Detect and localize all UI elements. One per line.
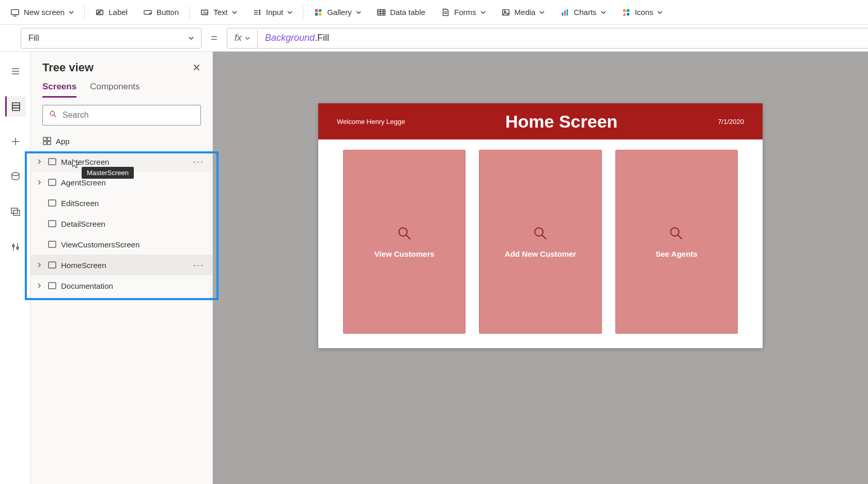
tree-node-app[interactable]: App bbox=[31, 131, 212, 151]
app-preview[interactable]: Welcome Henry Legge Home Screen 7/1/2020… bbox=[318, 103, 763, 348]
forms-button[interactable]: Forms bbox=[433, 5, 493, 20]
icons-button[interactable]: Icons bbox=[614, 5, 670, 20]
rail-tree-view-button[interactable] bbox=[5, 96, 26, 117]
data-table-button[interactable]: Data table bbox=[369, 5, 432, 20]
label-button[interactable]: Label bbox=[88, 5, 135, 20]
more-icon[interactable]: ··· bbox=[193, 260, 204, 271]
more-icon[interactable]: ··· bbox=[193, 157, 204, 167]
svg-rect-60 bbox=[49, 262, 56, 268]
date-text: 7/1/2020 bbox=[718, 118, 744, 126]
chevron-down-icon bbox=[245, 36, 250, 41]
button-button[interactable]: Button bbox=[136, 5, 186, 20]
svg-rect-55 bbox=[49, 159, 56, 165]
new-screen-label: New screen bbox=[24, 8, 65, 17]
chevron-down-icon bbox=[601, 10, 606, 15]
tree-node-documentation[interactable]: Documentation bbox=[31, 275, 212, 296]
chevron-right-icon[interactable] bbox=[35, 283, 43, 288]
formula-input[interactable]: Background.Fill bbox=[258, 28, 868, 49]
tab-components[interactable]: Components bbox=[90, 82, 140, 98]
forms-label: Forms bbox=[454, 8, 476, 17]
gallery-icon bbox=[314, 8, 323, 17]
button-icon bbox=[143, 8, 152, 17]
svg-rect-56 bbox=[49, 179, 56, 185]
equals-sign: = bbox=[209, 32, 220, 45]
svg-rect-27 bbox=[562, 12, 564, 15]
card-label: Add New Customer bbox=[505, 249, 576, 258]
card-label: See Agents bbox=[656, 249, 698, 258]
svg-line-63 bbox=[406, 235, 410, 239]
card-see-agents[interactable]: See Agents bbox=[615, 150, 738, 334]
app-header: Welcome Henry Legge Home Screen 7/1/2020 bbox=[318, 103, 763, 139]
svg-line-67 bbox=[678, 235, 682, 239]
fx-button[interactable]: fx bbox=[227, 28, 258, 49]
canvas-area: Welcome Henry Legge Home Screen 7/1/2020… bbox=[213, 52, 868, 484]
screen-icon bbox=[48, 260, 57, 270]
chevron-right-icon[interactable] bbox=[35, 262, 43, 268]
gallery-button[interactable]: Gallery bbox=[306, 5, 368, 20]
forms-icon bbox=[441, 8, 450, 17]
chevron-down-icon bbox=[356, 10, 361, 15]
chevron-right-icon[interactable] bbox=[35, 159, 43, 164]
text-button[interactable]: Abc Text bbox=[193, 5, 244, 20]
svg-point-33 bbox=[627, 12, 629, 15]
search-icon bbox=[669, 226, 684, 241]
card-add-new-customer[interactable]: Add New Customer bbox=[479, 150, 601, 334]
screen-icon bbox=[48, 198, 57, 208]
tree-node-viewcustomersscreen[interactable]: ViewCustomersScreen bbox=[31, 234, 212, 255]
label-label: Label bbox=[109, 8, 128, 17]
chevron-right-icon[interactable] bbox=[35, 180, 43, 185]
svg-rect-43 bbox=[11, 208, 18, 213]
page-title: Home Screen bbox=[505, 112, 617, 132]
svg-rect-39 bbox=[12, 108, 20, 111]
label-icon bbox=[95, 8, 104, 17]
search-icon bbox=[533, 226, 548, 241]
screen-icon bbox=[48, 281, 57, 290]
tree-node-label: EditScreen bbox=[61, 199, 99, 208]
tab-screens[interactable]: Screens bbox=[42, 82, 76, 98]
chevron-down-icon bbox=[287, 10, 292, 15]
input-button[interactable]: Input bbox=[245, 5, 300, 20]
card-label: View Customers bbox=[374, 249, 434, 258]
new-screen-button[interactable]: New screen bbox=[3, 5, 81, 20]
data-table-label: Data table bbox=[390, 8, 425, 17]
icons-label: Icons bbox=[635, 8, 654, 17]
svg-point-11 bbox=[259, 10, 260, 11]
gallery-label: Gallery bbox=[327, 8, 352, 17]
tree-search[interactable] bbox=[42, 105, 201, 126]
svg-rect-51 bbox=[43, 137, 47, 140]
screen-icon bbox=[48, 240, 57, 249]
search-input[interactable] bbox=[63, 111, 194, 120]
input-label: Input bbox=[266, 8, 283, 17]
app-icon bbox=[42, 136, 52, 146]
tree-node-detailscreen[interactable]: DetailScreen bbox=[31, 213, 212, 234]
property-selector-value: Fill bbox=[28, 34, 39, 43]
charts-button[interactable]: Charts bbox=[553, 5, 613, 20]
screen-icon bbox=[48, 157, 57, 166]
cursor-icon bbox=[71, 159, 81, 170]
rail-tools-button[interactable] bbox=[5, 237, 26, 257]
rail-hamburger-button[interactable] bbox=[5, 61, 26, 82]
text-icon: Abc bbox=[200, 8, 209, 17]
formula-token-property: .Fill bbox=[315, 33, 329, 43]
rail-insert-button[interactable] bbox=[5, 131, 26, 152]
search-icon bbox=[397, 226, 412, 241]
insert-ribbon: New screen Label Button Abc Text Input bbox=[0, 0, 868, 25]
svg-rect-59 bbox=[49, 241, 56, 247]
svg-point-64 bbox=[535, 228, 543, 236]
close-icon[interactable]: ✕ bbox=[192, 61, 201, 74]
media-button[interactable]: Media bbox=[494, 5, 552, 20]
screen-icon bbox=[10, 8, 20, 17]
welcome-text: Welcome Henry Legge bbox=[337, 118, 405, 126]
ribbon-separator bbox=[84, 6, 85, 19]
svg-rect-31 bbox=[627, 9, 629, 11]
rail-data-button[interactable] bbox=[5, 166, 26, 187]
formula-token-object: Background bbox=[265, 33, 315, 43]
svg-rect-18 bbox=[377, 9, 384, 15]
tree-view-panel: Tree view ✕ Screens Components App bbox=[31, 52, 213, 484]
card-view-customers[interactable]: View Customers bbox=[343, 150, 466, 334]
property-selector[interactable]: Fill bbox=[21, 28, 202, 49]
rail-media-button[interactable] bbox=[5, 201, 26, 222]
tree-node-editscreen[interactable]: EditScreen bbox=[31, 193, 212, 213]
tree-node-homescreen[interactable]: HomeScreen ··· bbox=[31, 255, 212, 275]
chevron-down-icon bbox=[539, 10, 545, 15]
